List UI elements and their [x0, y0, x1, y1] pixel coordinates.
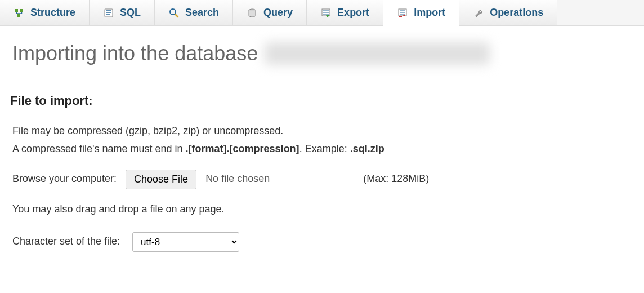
page-title: Importing into the database: [0, 26, 644, 71]
file-chosen-status: No file chosen: [205, 171, 270, 187]
tab-query[interactable]: Query: [233, 0, 307, 25]
drag-drop-note: You may also drag and drop a file on any…: [12, 202, 632, 217]
tab-operations[interactable]: Operations: [459, 0, 557, 25]
max-size-label: (Max: 128MiB): [363, 171, 429, 187]
file-import-fieldset: File to import: File may be compressed (…: [10, 94, 634, 252]
export-icon: [320, 7, 332, 19]
tab-label: Structure: [30, 7, 75, 19]
tab-search[interactable]: Search: [155, 0, 233, 25]
browse-row: Browse your computer: Choose File No fil…: [12, 170, 632, 189]
svg-rect-1: [20, 9, 23, 12]
info-compression: File may be compressed (gzip, bzip2, zip…: [12, 123, 632, 139]
tab-bar: Structure SQL Search Query Export Import: [0, 0, 644, 26]
tab-sql[interactable]: SQL: [90, 0, 155, 25]
structure-icon: [14, 7, 25, 19]
tab-label: Query: [263, 7, 293, 19]
tab-structure[interactable]: Structure: [0, 0, 90, 25]
svg-rect-3: [105, 9, 113, 17]
tab-label: SQL: [120, 7, 141, 19]
choose-file-button[interactable]: Choose File: [126, 170, 196, 189]
query-icon: [247, 7, 258, 19]
tab-label: Search: [185, 7, 219, 19]
tab-label: Operations: [490, 7, 543, 19]
search-icon: [168, 7, 180, 19]
heading-text: Importing into the database: [12, 42, 258, 65]
import-icon: [397, 7, 408, 19]
info-naming: A compressed file's name must end in .[f…: [12, 141, 632, 157]
fieldset-body: File may be compressed (gzip, bzip2, zip…: [10, 113, 634, 252]
charset-row: Character set of the file: utf-8: [12, 232, 632, 252]
charset-label: Character set of the file:: [12, 234, 120, 250]
charset-select[interactable]: utf-8: [132, 232, 239, 252]
svg-rect-2: [17, 14, 20, 17]
database-name-redacted: [265, 42, 490, 65]
wrench-icon: [473, 7, 484, 19]
tab-import[interactable]: Import: [383, 0, 459, 26]
browse-label: Browse your computer:: [12, 171, 117, 187]
fieldset-legend: File to import:: [10, 94, 634, 113]
tab-export[interactable]: Export: [307, 0, 383, 25]
sql-icon: [103, 7, 114, 19]
svg-rect-0: [15, 9, 18, 12]
tab-label: Export: [337, 7, 369, 19]
tab-label: Import: [414, 7, 445, 19]
